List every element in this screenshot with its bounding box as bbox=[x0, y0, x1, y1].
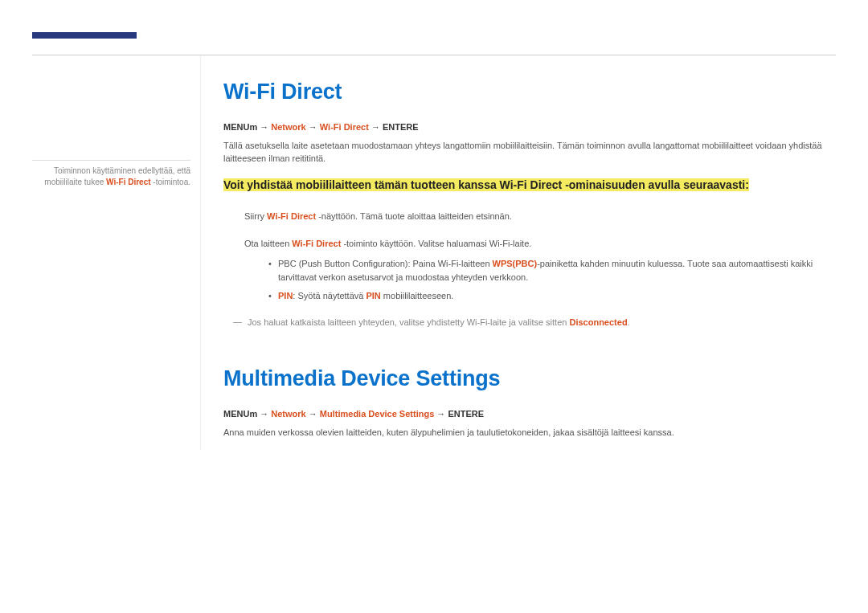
sidebar-line1: Toiminnon käyttäminen edellyttää, että bbox=[54, 166, 190, 175]
menu-enter-icon: E bbox=[412, 122, 418, 132]
sidebar-line2b: -toimintoa. bbox=[151, 178, 190, 186]
bullet2-pin2: PIN bbox=[366, 291, 380, 300]
content-area: Toiminnon käyttäminen edellyttää, että m… bbox=[32, 55, 836, 450]
section1-highlight-wrap: Voit yhdistää mobiililaitteen tämän tuot… bbox=[223, 177, 836, 194]
arrow-icon: → bbox=[260, 409, 268, 419]
step2-a: Ota laitteen bbox=[244, 239, 292, 248]
menu-enter: ENTER bbox=[383, 122, 412, 132]
step2: Ota laitteen Wi-Fi Direct -toiminto käyt… bbox=[244, 239, 531, 248]
page-marker-bar bbox=[32, 32, 137, 39]
bullet2-pin: PIN bbox=[278, 291, 293, 300]
bullet2-a: : Syötä näytettävä bbox=[293, 291, 366, 300]
footnote-a: Jos haluat katkaista laitteen yhteyden, … bbox=[248, 317, 569, 327]
sidebar-text: Toiminnon käyttäminen edellyttää, että m… bbox=[32, 166, 190, 188]
footnote-b: . bbox=[628, 317, 630, 327]
menu-enter: ENTER bbox=[448, 409, 477, 419]
menu-item: Multimedia Device Settings bbox=[320, 409, 434, 419]
arrow-icon: → bbox=[260, 122, 268, 132]
step2-bullets: PBC (Push Button Configuration): Paina W… bbox=[244, 257, 836, 303]
footnote-brand: Disconnected bbox=[569, 317, 627, 327]
section2-intro: Anna muiden verkossa olevien laitteiden,… bbox=[223, 427, 836, 439]
section2-menu-path: MENUm → Network → Multimedia Device Sett… bbox=[223, 409, 836, 419]
section1-intro: Tällä asetuksella laite asetetaan muodos… bbox=[223, 140, 836, 166]
section1-step1: Siirry Wi-Fi Direct -näyttöön. Tämä tuot… bbox=[223, 208, 836, 223]
menu-icon: m bbox=[249, 122, 257, 132]
menu-prefix: MENU bbox=[223, 409, 249, 419]
menu-network: Network bbox=[271, 122, 305, 132]
bullet1-brand: WPS(PBC) bbox=[493, 259, 538, 268]
section1-footnote: Jos haluat katkaista laitteen yhteyden, … bbox=[223, 316, 836, 329]
menu-prefix: MENU bbox=[223, 122, 249, 132]
sidebar-brand: Wi-Fi Direct bbox=[106, 178, 150, 186]
step1-b: -näyttöön. Tämä tuote aloittaa laitteide… bbox=[316, 211, 512, 221]
section1-highlight: Voit yhdistää mobiililaitteen tämän tuot… bbox=[223, 178, 749, 191]
step1: Siirry Wi-Fi Direct -näyttöön. Tämä tuot… bbox=[244, 211, 512, 221]
arrow-icon: → bbox=[309, 122, 317, 132]
section1-step2: Ota laitteen Wi-Fi Direct -toiminto käyt… bbox=[223, 235, 836, 303]
arrow-icon: → bbox=[309, 409, 317, 419]
step1-brand: Wi-Fi Direct bbox=[267, 211, 316, 221]
section2-title: Multimedia Device Settings bbox=[223, 366, 836, 391]
arrow-icon: → bbox=[371, 122, 380, 132]
menu-enter-icon: E bbox=[478, 409, 484, 419]
section1-menu-path: MENUm → Network → Wi-Fi Direct → ENTERE bbox=[223, 122, 836, 132]
main-content: Wi-Fi Direct MENUm → Network → Wi-Fi Dir… bbox=[201, 55, 836, 450]
step1-a: Siirry bbox=[244, 211, 267, 221]
sidebar-note: Toiminnon käyttäminen edellyttää, että m… bbox=[32, 55, 201, 450]
bullet1-a: PBC (Push Button Configuration): Paina W… bbox=[278, 259, 493, 268]
bullet2-b: mobiililaitteeseen. bbox=[381, 291, 454, 300]
arrow-icon: → bbox=[436, 409, 445, 419]
section1-title: Wi-Fi Direct bbox=[223, 80, 836, 104]
bullet-pin: PIN: Syötä näytettävä PIN mobiililaittee… bbox=[268, 289, 836, 303]
sidebar-line2a: mobiililaite tukee bbox=[44, 178, 106, 186]
menu-icon: m bbox=[249, 409, 257, 419]
step2-b: -toiminto käyttöön. Valitse haluamasi Wi… bbox=[341, 239, 531, 248]
bullet-pbc: PBC (Push Button Configuration): Paina W… bbox=[268, 257, 836, 284]
step2-brand: Wi-Fi Direct bbox=[292, 239, 341, 248]
menu-network: Network bbox=[271, 409, 305, 419]
menu-item: Wi-Fi Direct bbox=[320, 122, 369, 132]
